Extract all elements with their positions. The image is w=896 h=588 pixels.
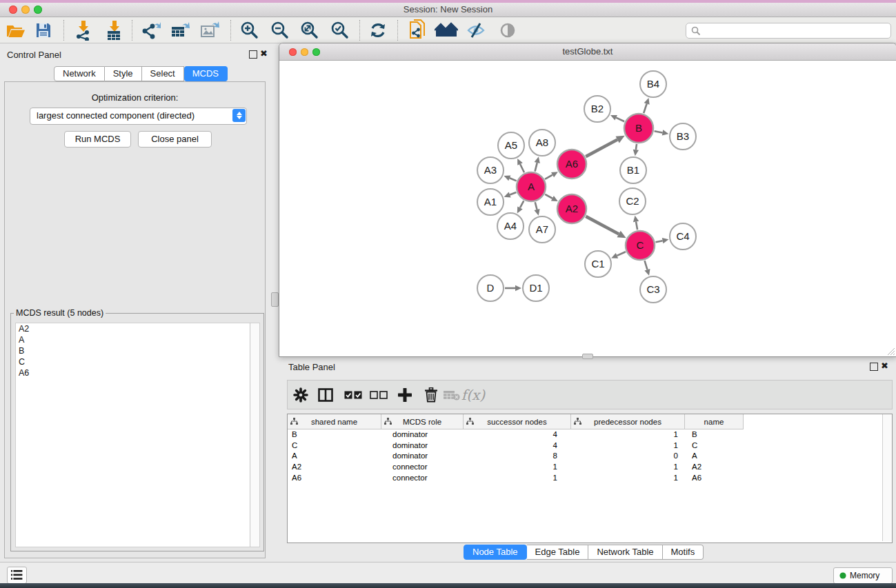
graph-edge-B-B4[interactable]	[644, 98, 649, 113]
function-builder-icon[interactable]: f(x)	[461, 381, 485, 409]
table-cell[interactable]: 4	[464, 429, 571, 440]
network-graph[interactable]: AA1A2A3A4A5A6A7A8BB1B2B3B4CC1C2C3C4DD1	[279, 61, 895, 355]
float-panel-icon[interactable]	[249, 50, 257, 59]
table-cell[interactable]: A6	[685, 473, 744, 484]
graph-node-A1[interactable]: A1	[477, 189, 504, 215]
graph-node-C4[interactable]: C4	[670, 223, 696, 250]
run-mcds-button[interactable]: Run MCDS	[64, 131, 131, 148]
result-list-scrollbar[interactable]	[250, 323, 260, 547]
close-panel-icon[interactable]: ✖	[260, 50, 268, 57]
graph-edge-B-B1[interactable]	[633, 144, 639, 156]
export-table-icon[interactable]	[168, 19, 192, 41]
table-cell[interactable]: C	[288, 440, 381, 452]
export-image-icon[interactable]	[198, 19, 221, 41]
table-cell[interactable]: 1	[571, 440, 685, 452]
table-tab-node-table[interactable]: Node Table	[464, 545, 527, 560]
table-cell[interactable]: 1	[464, 462, 571, 473]
table-cell[interactable]: connector	[381, 462, 464, 473]
table-tab-motifs[interactable]: Motifs	[663, 545, 704, 560]
table-cell[interactable]: 0	[571, 451, 685, 462]
graph-node-A8[interactable]: A8	[529, 130, 555, 156]
open-session-icon[interactable]	[4, 19, 28, 41]
delete-icon[interactable]	[419, 381, 443, 409]
table-cell[interactable]: dominator	[381, 440, 464, 452]
mcds-result-item[interactable]: A	[16, 334, 251, 345]
graph-edge-B-B3[interactable]	[655, 130, 669, 135]
table-cell[interactable]: A	[685, 451, 744, 462]
column-header-predecessor-nodes[interactable]: predecessor nodes	[571, 414, 685, 429]
graph-edge-A-A5[interactable]	[517, 159, 524, 172]
column-header-shared-name[interactable]: shared name	[288, 414, 381, 429]
graph-edge-B-B2[interactable]	[610, 115, 624, 121]
mcds-result-item[interactable]: C	[16, 356, 251, 367]
tab-style[interactable]: Style	[105, 66, 142, 81]
settings-icon[interactable]	[289, 381, 312, 409]
graph-node-B4[interactable]: B4	[640, 71, 666, 97]
graph-node-C3[interactable]: C3	[640, 276, 666, 303]
select-all-icon[interactable]	[341, 381, 365, 409]
table-scrollbar[interactable]	[882, 414, 892, 541]
table-cell[interactable]: A2	[288, 462, 381, 473]
memory-button[interactable]: Memory	[833, 567, 893, 584]
import-table-icon[interactable]	[102, 19, 126, 41]
search-field[interactable]	[686, 23, 891, 39]
table-cell[interactable]: 1	[571, 473, 685, 484]
graph-node-B2[interactable]: B2	[584, 96, 610, 122]
graph-edge-C-C3[interactable]	[644, 261, 650, 276]
graph-edge-C-C1[interactable]	[611, 252, 626, 258]
graph-node-D1[interactable]: D1	[523, 275, 549, 301]
graph-node-C1[interactable]: C1	[585, 251, 611, 277]
graph-node-C[interactable]: C	[626, 231, 655, 260]
table-tab-edge-table[interactable]: Edge Table	[527, 545, 589, 560]
mcds-result-item[interactable]: A2	[16, 323, 251, 334]
graph-node-B1[interactable]: B1	[620, 157, 646, 183]
column-header-mcds-role[interactable]: MCDS role	[381, 414, 464, 429]
graph-edge-A6-B[interactable]	[586, 136, 624, 156]
export-network-icon[interactable]	[139, 19, 162, 41]
zoom-selected-icon[interactable]	[328, 19, 351, 41]
close-table-panel-icon[interactable]: ✖	[881, 363, 888, 369]
graph-edge-C-C4[interactable]	[656, 238, 669, 243]
table-cell[interactable]: 1	[571, 462, 685, 473]
graph-node-B3[interactable]: B3	[670, 123, 696, 150]
graph-edge-A-A7[interactable]	[534, 202, 539, 215]
table-cell[interactable]: dominator	[381, 451, 464, 462]
delete-column-icon[interactable]	[440, 381, 464, 409]
graph-edge-A-A6[interactable]	[545, 172, 558, 179]
float-table-panel-icon[interactable]	[870, 363, 878, 371]
graph-edge-A-A1[interactable]	[504, 192, 517, 198]
table-row[interactable]: Adominator80A	[288, 451, 882, 462]
table-cell[interactable]: A2	[685, 462, 744, 473]
add-icon[interactable]	[393, 381, 417, 409]
refresh-icon[interactable]	[366, 19, 390, 41]
first-neighbors-icon[interactable]	[435, 19, 458, 41]
table-cell[interactable]: dominator	[381, 429, 464, 440]
split-panel-icon[interactable]	[314, 381, 337, 409]
table-cell[interactable]: B	[685, 429, 744, 440]
table-cell[interactable]: C	[685, 440, 744, 452]
table-row[interactable]: Cdominator41C	[288, 440, 882, 452]
graph-edge-A-A2[interactable]	[545, 194, 558, 201]
graph-edge-A2-C[interactable]	[586, 216, 626, 238]
save-session-icon[interactable]	[32, 19, 55, 41]
tab-network[interactable]: Network	[54, 66, 105, 81]
graph-edge-A-A3[interactable]	[504, 175, 516, 181]
table-row[interactable]: Bdominator41B	[288, 429, 882, 440]
graph-node-A7[interactable]: A7	[529, 216, 555, 243]
graph-node-C2[interactable]: C2	[619, 188, 646, 214]
graph-edge-A-A8[interactable]	[535, 156, 540, 171]
graph-edge-C-C2[interactable]	[633, 216, 639, 230]
vertical-splitter-grip[interactable]	[271, 292, 279, 307]
graph-node-D[interactable]: D	[477, 275, 504, 301]
close-panel-button[interactable]: Close panel	[138, 131, 212, 148]
graph-edge-A-A4[interactable]	[517, 201, 524, 213]
new-network-from-selection-icon[interactable]	[406, 19, 429, 41]
network-canvas[interactable]: AA1A2A3A4A5A6A7A8BB1B2B3B4CC1C2C3C4DD1	[279, 61, 896, 356]
tab-mcds[interactable]: MCDS	[184, 66, 228, 81]
task-history-button[interactable]	[7, 567, 27, 584]
table-cell[interactable]: 1	[571, 429, 685, 440]
mcds-result-list[interactable]: A2ABCA6	[15, 323, 252, 547]
zoom-in-icon[interactable]	[237, 19, 261, 41]
table-cell[interactable]: 8	[464, 451, 571, 462]
graph-node-A3[interactable]: A3	[477, 157, 504, 183]
